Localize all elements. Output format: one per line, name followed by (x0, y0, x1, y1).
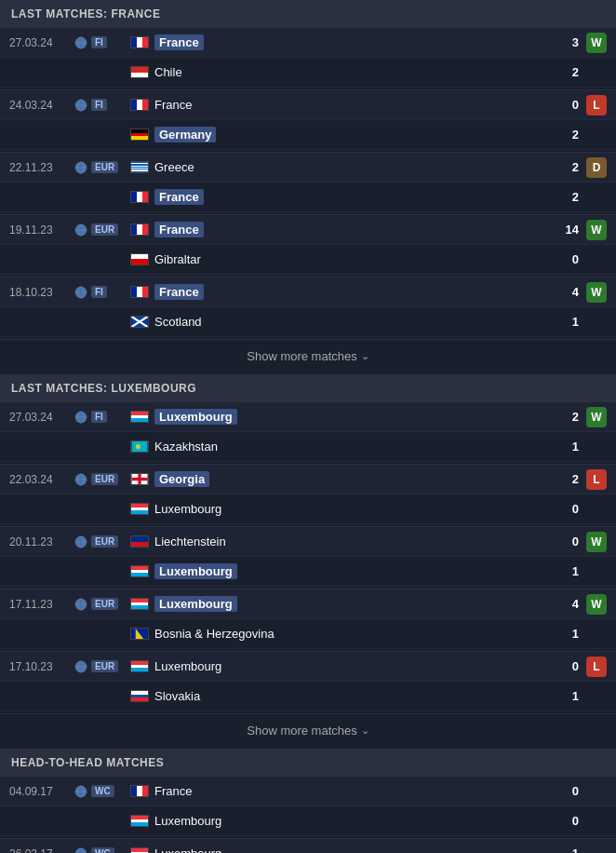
match-score: 1 (551, 440, 579, 454)
competition-label: WC (91, 785, 114, 797)
table-row: 22.03.24EURGeorgia2L (0, 465, 616, 494)
result-badge: W (586, 33, 607, 53)
globe-icon (74, 473, 87, 486)
table-row: 24.03.24FIFrance0L (0, 90, 616, 120)
table-row: 22.11.23EURGreece2D (0, 153, 616, 183)
match-date: 22.03.24 (9, 473, 74, 486)
result-badge: W (586, 220, 607, 240)
team-name: Greece (154, 160, 551, 174)
competition-label: FI (91, 36, 107, 48)
competition-label: WC (91, 847, 114, 853)
flag-icon (130, 161, 149, 173)
match-score: 1 (551, 564, 579, 578)
match-score: 1 (551, 315, 579, 329)
match-date: 17.11.23 (9, 598, 74, 611)
table-row: Luxembourg0 (0, 806, 616, 836)
table-row: Slovakia1 (0, 682, 616, 711)
competition-label: FI (91, 286, 107, 298)
team-name: Chile (154, 65, 551, 79)
competition-label: FI (91, 99, 107, 111)
match-score: 0 (551, 502, 579, 516)
match-score: 3 (551, 35, 579, 49)
section-header: LAST MATCHES: FRANCE (0, 0, 616, 28)
match-score: 2 (551, 160, 579, 174)
section-header: HEAD-TO-HEAD MATCHES (0, 749, 616, 777)
team-name: France (154, 284, 551, 300)
competition-badge: FI (74, 411, 130, 424)
flag-icon (130, 286, 149, 298)
match-score: 1 (551, 846, 579, 853)
match-group: 24.03.24FIFrance0LGermany2 (0, 90, 616, 153)
match-date: 20.11.23 (9, 535, 74, 548)
team-name: Luxembourg (154, 659, 551, 673)
match-group: 18.10.23FIFrance4WScotland1 (0, 278, 616, 340)
flag-icon (130, 36, 149, 48)
competition-badge: FI (74, 286, 130, 299)
match-date: 19.11.23 (9, 223, 74, 237)
match-group: 17.10.23EURLuxembourg0LSlovakia1 (0, 652, 616, 714)
match-date: 24.03.24 (9, 99, 74, 112)
globe-icon (74, 161, 87, 174)
match-score: 2 (551, 65, 579, 79)
competition-label: EUR (91, 223, 118, 236)
team-name: France (154, 34, 551, 50)
table-row: 27.03.24FIFrance3W (0, 28, 616, 58)
match-score: 0 (551, 98, 579, 112)
table-row: 27.03.24FILuxembourg2W (0, 402, 616, 432)
match-score: 1 (551, 627, 579, 641)
competition-badge: WC (74, 847, 130, 854)
flag-icon (130, 99, 149, 111)
competition-badge: FI (74, 99, 130, 112)
team-name: Luxembourg (154, 846, 551, 853)
show-more-label: Show more matches (247, 349, 357, 363)
result-badge: W (586, 594, 607, 615)
competition-badge: FI (74, 36, 130, 49)
match-group: 26.03.17WCLuxembourg1France3 (0, 839, 616, 853)
team-name: Luxembourg (154, 814, 551, 828)
match-group: 27.03.24FIFrance3WChile2 (0, 28, 616, 90)
flag-icon (130, 535, 149, 548)
team-name: Georgia (154, 471, 551, 487)
flag-icon (130, 628, 149, 640)
table-row: 17.10.23EURLuxembourg0L (0, 652, 616, 682)
result-badge: L (586, 657, 607, 677)
table-row: 19.11.23EURFrance14W (0, 215, 616, 245)
result-badge: L (586, 469, 607, 490)
flag-icon (130, 411, 149, 423)
competition-badge: WC (74, 785, 130, 798)
table-row: 20.11.23EURLiechtenstein0W (0, 527, 616, 557)
competition-badge: EUR (74, 161, 130, 174)
match-score: 2 (551, 410, 579, 424)
team-name: Liechtenstein (154, 535, 551, 548)
team-name: Slovakia (154, 689, 551, 703)
flag-icon (130, 253, 149, 265)
table-row: Germany2 (0, 120, 616, 150)
flag-icon (130, 565, 149, 577)
flag-icon (130, 223, 149, 236)
flag-icon (130, 598, 149, 610)
match-date: 18.10.23 (9, 286, 74, 299)
team-name: Luxembourg (154, 409, 551, 425)
flag-icon (130, 847, 149, 853)
match-score: 0 (551, 659, 579, 673)
match-date: 04.09.17 (9, 785, 74, 798)
competition-label: EUR (91, 473, 118, 485)
show-more-button[interactable]: Show more matches⌄ (0, 714, 616, 747)
flag-icon (130, 316, 149, 328)
team-name: Luxembourg (154, 502, 551, 516)
svg-point-43 (75, 848, 87, 854)
section-luxembourg: LAST MATCHES: LUXEMBOURG27.03.24FILuxemb… (0, 374, 616, 747)
show-more-button[interactable]: Show more matches⌄ (0, 340, 616, 372)
section-france: LAST MATCHES: FRANCE27.03.24FIFrance3WCh… (0, 0, 616, 372)
team-name: France (154, 98, 551, 112)
table-row: Luxembourg1 (0, 557, 616, 587)
table-row: France2 (0, 183, 616, 212)
team-name: Bosnia & Herzegovina (154, 627, 551, 641)
match-score: 2 (551, 128, 579, 142)
table-row: Gibraltar0 (0, 245, 616, 275)
team-name: Kazakhstan (154, 440, 551, 454)
table-row: Bosnia & Herzegovina1 (0, 619, 616, 649)
flag-icon (130, 815, 149, 827)
team-name: Luxembourg (154, 596, 551, 612)
result-badge: L (586, 95, 607, 115)
